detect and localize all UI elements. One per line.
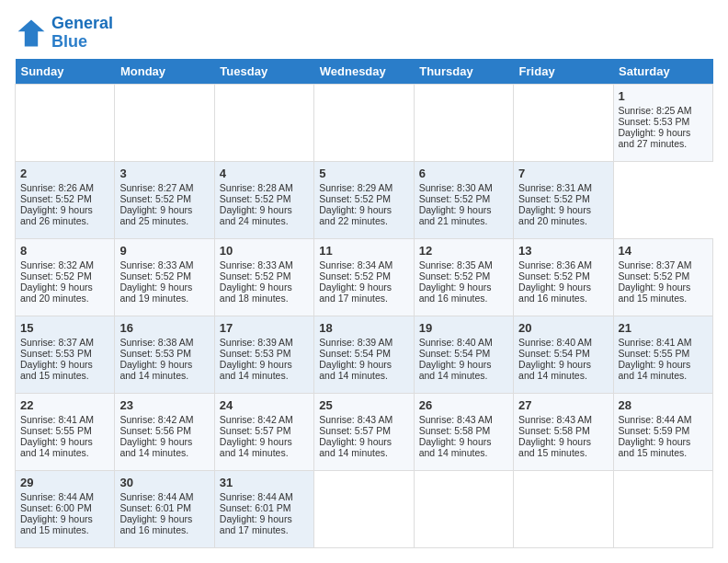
sunrise: Sunrise: 8:30 AM bbox=[419, 182, 493, 193]
daylight-hours: Daylight: 9 hours and 24 minutes. bbox=[220, 204, 292, 226]
calendar-cell: 8Sunrise: 8:32 AMSunset: 5:52 PMDaylight… bbox=[16, 238, 115, 316]
daylight-hours: Daylight: 9 hours and 15 minutes. bbox=[20, 513, 93, 535]
daylight-hours: Daylight: 9 hours and 18 minutes. bbox=[220, 282, 292, 304]
sunrise: Sunrise: 8:44 AM bbox=[220, 491, 293, 502]
sunrise: Sunrise: 8:37 AM bbox=[619, 259, 692, 270]
calendar-cell: 13Sunrise: 8:36 AMSunset: 5:52 PMDayligh… bbox=[514, 238, 613, 316]
daylight-hours: Daylight: 9 hours and 14 minutes. bbox=[518, 359, 591, 381]
sunset: Sunset: 5:53 PM bbox=[119, 348, 191, 359]
daylight-hours: Daylight: 9 hours and 20 minutes. bbox=[20, 282, 93, 304]
day-number: 14 bbox=[619, 244, 708, 258]
calendar-cell: 31Sunrise: 8:44 AMSunset: 6:01 PMDayligh… bbox=[214, 470, 313, 547]
calendar-cell: 4Sunrise: 8:28 AMSunset: 5:52 PMDaylight… bbox=[214, 161, 313, 238]
sunset: Sunset: 5:59 PM bbox=[619, 425, 690, 436]
calendar-cell: 19Sunrise: 8:40 AMSunset: 5:54 PMDayligh… bbox=[414, 316, 513, 393]
calendar-cell: 18Sunrise: 8:39 AMSunset: 5:54 PMDayligh… bbox=[314, 316, 414, 393]
calendar-cell: 16Sunrise: 8:38 AMSunset: 5:53 PMDayligh… bbox=[115, 316, 214, 393]
daylight-hours: Daylight: 9 hours and 14 minutes. bbox=[220, 359, 292, 381]
day-header-saturday: Saturday bbox=[613, 59, 712, 85]
daylight-hours: Daylight: 9 hours and 21 minutes. bbox=[419, 204, 492, 226]
sunrise: Sunrise: 8:43 AM bbox=[419, 414, 493, 425]
calendar-cell: 11Sunrise: 8:34 AMSunset: 5:52 PMDayligh… bbox=[314, 238, 414, 316]
day-number: 30 bbox=[119, 476, 209, 489]
sunset: Sunset: 5:52 PM bbox=[20, 193, 92, 204]
calendar-cell: 20Sunrise: 8:40 AMSunset: 5:54 PMDayligh… bbox=[514, 316, 613, 393]
daylight-hours: Daylight: 9 hours and 20 minutes. bbox=[518, 204, 591, 226]
logo-icon bbox=[15, 17, 48, 50]
day-header-wednesday: Wednesday bbox=[314, 59, 414, 85]
sunset: Sunset: 5:54 PM bbox=[419, 348, 491, 359]
daylight-hours: Daylight: 9 hours and 17 minutes. bbox=[220, 513, 292, 535]
sunset: Sunset: 5:52 PM bbox=[220, 270, 291, 282]
day-number: 28 bbox=[619, 398, 708, 412]
day-number: 26 bbox=[419, 398, 508, 412]
calendar-cell bbox=[613, 470, 712, 547]
sunrise: Sunrise: 8:31 AM bbox=[518, 182, 592, 193]
calendar-cell: 1Sunrise: 8:25 AMSunset: 5:53 PMDaylight… bbox=[613, 84, 712, 161]
daylight-hours: Daylight: 9 hours and 22 minutes. bbox=[319, 204, 392, 226]
calendar-cell: 17Sunrise: 8:39 AMSunset: 5:53 PMDayligh… bbox=[214, 316, 313, 393]
sunset: Sunset: 5:52 PM bbox=[119, 193, 191, 204]
day-number: 20 bbox=[518, 321, 608, 335]
daylight-hours: Daylight: 9 hours and 16 minutes. bbox=[518, 282, 591, 304]
daylight-hours: Daylight: 9 hours and 15 minutes. bbox=[20, 359, 93, 381]
sunrise: Sunrise: 8:44 AM bbox=[20, 491, 94, 502]
sunrise: Sunrise: 8:43 AM bbox=[319, 414, 392, 425]
day-number: 22 bbox=[20, 398, 109, 412]
sunset: Sunset: 6:01 PM bbox=[119, 502, 191, 513]
logo-text: General Blue bbox=[51, 15, 113, 52]
sunrise: Sunrise: 8:35 AM bbox=[419, 259, 493, 270]
day-number: 10 bbox=[220, 244, 309, 258]
sunrise: Sunrise: 8:41 AM bbox=[619, 337, 692, 348]
calendar-cell: 14Sunrise: 8:37 AMSunset: 5:52 PMDayligh… bbox=[613, 238, 712, 316]
daylight-hours: Daylight: 9 hours and 14 minutes. bbox=[319, 359, 392, 381]
header-row: SundayMondayTuesdayWednesdayThursdayFrid… bbox=[16, 59, 713, 85]
day-number: 12 bbox=[419, 244, 508, 258]
sunset: Sunset: 5:53 PM bbox=[619, 116, 690, 127]
daylight-hours: Daylight: 9 hours and 14 minutes. bbox=[220, 436, 292, 458]
sunset: Sunset: 5:55 PM bbox=[619, 348, 690, 359]
calendar-week-3: 15Sunrise: 8:37 AMSunset: 5:53 PMDayligh… bbox=[16, 316, 713, 393]
daylight-hours: Daylight: 9 hours and 15 minutes. bbox=[619, 282, 691, 304]
calendar-cell: 7Sunrise: 8:31 AMSunset: 5:52 PMDaylight… bbox=[514, 161, 613, 238]
sunset: Sunset: 5:54 PM bbox=[319, 348, 391, 359]
day-number: 6 bbox=[419, 167, 508, 180]
sunrise: Sunrise: 8:43 AM bbox=[518, 414, 592, 425]
daylight-hours: Daylight: 9 hours and 19 minutes. bbox=[119, 282, 192, 304]
calendar-cell: 24Sunrise: 8:42 AMSunset: 5:57 PMDayligh… bbox=[214, 393, 313, 470]
day-number: 21 bbox=[619, 321, 708, 335]
day-number: 8 bbox=[20, 244, 109, 258]
sunrise: Sunrise: 8:26 AM bbox=[20, 182, 94, 193]
calendar-cell: 29Sunrise: 8:44 AMSunset: 6:00 PMDayligh… bbox=[16, 470, 115, 547]
sunset: Sunset: 5:52 PM bbox=[518, 193, 590, 204]
sunrise: Sunrise: 8:32 AM bbox=[20, 259, 94, 270]
sunset: Sunset: 5:58 PM bbox=[518, 425, 590, 436]
daylight-hours: Daylight: 9 hours and 14 minutes. bbox=[119, 359, 192, 381]
day-number: 13 bbox=[518, 244, 608, 258]
sunrise: Sunrise: 8:34 AM bbox=[319, 259, 392, 270]
daylight-hours: Daylight: 9 hours and 27 minutes. bbox=[619, 127, 691, 149]
sunset: Sunset: 5:56 PM bbox=[119, 425, 191, 436]
sunrise: Sunrise: 8:38 AM bbox=[119, 337, 193, 348]
day-number: 9 bbox=[119, 244, 209, 258]
sunrise: Sunrise: 8:39 AM bbox=[220, 337, 293, 348]
sunset: Sunset: 5:57 PM bbox=[220, 425, 291, 436]
sunrise: Sunrise: 8:40 AM bbox=[518, 337, 592, 348]
calendar-week-4: 22Sunrise: 8:41 AMSunset: 5:55 PMDayligh… bbox=[16, 393, 713, 470]
logo: General Blue bbox=[15, 15, 113, 52]
calendar-cell: 2Sunrise: 8:26 AMSunset: 5:52 PMDaylight… bbox=[16, 161, 115, 238]
sunset: Sunset: 5:52 PM bbox=[319, 193, 391, 204]
day-number: 16 bbox=[119, 321, 209, 335]
calendar-cell bbox=[314, 470, 414, 547]
sunset: Sunset: 5:52 PM bbox=[220, 193, 291, 204]
calendar-cell bbox=[414, 84, 513, 161]
calendar-cell bbox=[514, 470, 613, 547]
sunrise: Sunrise: 8:25 AM bbox=[619, 105, 692, 116]
day-header-sunday: Sunday bbox=[16, 59, 115, 85]
daylight-hours: Daylight: 9 hours and 14 minutes. bbox=[419, 359, 492, 381]
sunset: Sunset: 5:57 PM bbox=[319, 425, 391, 436]
calendar-cell: 9Sunrise: 8:33 AMSunset: 5:52 PMDaylight… bbox=[115, 238, 214, 316]
svg-marker-0 bbox=[18, 19, 45, 46]
daylight-hours: Daylight: 9 hours and 14 minutes. bbox=[319, 436, 392, 458]
day-number: 17 bbox=[220, 321, 309, 335]
